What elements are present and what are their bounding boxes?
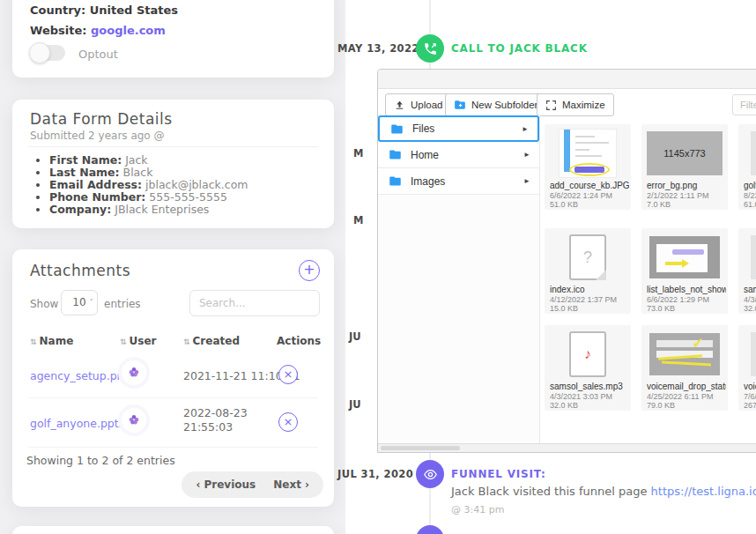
timeline-call-title[interactable]: CALL TO JACK BLACK — [451, 42, 588, 55]
filter-input[interactable] — [732, 94, 756, 115]
funnel-visit-text: Jack Black visited this funnel page http… — [451, 485, 756, 498]
folder-item-files[interactable]: Files ► — [378, 115, 539, 142]
expand-caret-icon[interactable]: ► — [523, 177, 530, 185]
page-size-value: 10 — [72, 296, 85, 308]
expand-caret-icon[interactable]: ► — [522, 125, 529, 133]
folder-icon — [390, 122, 404, 136]
attachments-title: Attachments — [30, 262, 130, 279]
entries-label: entries — [104, 298, 141, 310]
upload-button[interactable]: Upload — [385, 93, 451, 116]
field-company: Company: JBlack Enteprises — [49, 204, 248, 216]
eye-icon — [416, 460, 444, 488]
timeline-date-partial: M — [353, 214, 363, 226]
folder-item-images[interactable]: Images ► — [378, 168, 539, 195]
sort-icon: ⇅ — [183, 337, 190, 346]
contact-card: Country: United States Website: google.c… — [12, 0, 334, 78]
search-input[interactable] — [189, 290, 320, 316]
column-header-created[interactable]: ⇅Created — [183, 335, 240, 347]
attachment-link[interactable]: golf_anyone.pptx — [30, 417, 125, 430]
divider — [28, 447, 318, 448]
bottom-card — [12, 526, 334, 534]
file-card-error-bg[interactable]: 1145x773 error_bg.png 2/1/2022 1:11 PM 7… — [641, 124, 728, 210]
maximize-button[interactable]: Maximize — [537, 93, 614, 116]
file-card-voic[interactable]: voic 7/6/2 267.0 — [738, 325, 756, 411]
data-form-title: Data Form Details — [30, 110, 173, 128]
file-card-golf[interactable]: golf_ 8/23/2 61.0 K — [738, 124, 756, 210]
file-card-list-labels[interactable]: list_labels_not_showi... 6/6/2022 1:29 P… — [641, 228, 728, 314]
timeline-funnel-title[interactable]: FUNNEL VISIT: — [451, 468, 546, 480]
column-header-name[interactable]: ⇅Name — [30, 335, 73, 347]
music-note-icon: ♪ — [584, 346, 591, 362]
previous-button[interactable]: ‹ Previous — [196, 478, 256, 491]
remove-attachment-button[interactable]: × — [278, 412, 298, 432]
upload-icon — [394, 100, 405, 111]
scrollbar-thumb[interactable] — [381, 446, 460, 450]
next-button[interactable]: Next › — [273, 478, 309, 491]
attachments-card: Attachments + Show 10 ˅ entries ⇅Name ⇅U… — [12, 249, 334, 507]
folder-icon — [389, 174, 402, 188]
left-panel: Country: United States Website: google.c… — [0, 0, 345, 534]
add-attachment-button[interactable]: + — [299, 260, 320, 281]
flower-logo-icon — [126, 365, 142, 381]
file-thumbnail: ? — [545, 232, 631, 283]
maximize-icon — [545, 100, 557, 111]
pagination: ‹ Previous Next › — [182, 471, 323, 498]
close-icon: × — [284, 415, 293, 428]
horizontal-scrollbar[interactable] — [378, 443, 756, 452]
funnel-page-link[interactable]: https://test.ligna.io/ — [651, 485, 756, 498]
new-subfolder-button[interactable]: New Subfolder — [445, 93, 546, 116]
file-thumbnail — [738, 232, 756, 283]
chevron-down-icon: ˅ — [90, 291, 94, 315]
optout-toggle[interactable] — [32, 45, 65, 61]
plus-icon: + — [303, 261, 315, 278]
timeline-date-partial: JU — [349, 330, 361, 343]
timeline-date-partial: M — [353, 147, 363, 159]
file-thumbnail: ✓ — [641, 329, 728, 380]
file-thumbnail — [545, 128, 631, 179]
file-thumbnail — [641, 232, 728, 283]
file-card-samsol-mp3[interactable]: ♪ samsol_sales.mp3 4/3/2021 3:03 PM 32.0… — [545, 325, 631, 411]
file-thumbnail: 1145x773 — [641, 128, 728, 179]
expand-caret-icon[interactable]: ► — [523, 151, 530, 159]
file-card-index-ico[interactable]: ? index.ico 4/12/2022 1:37 PM 15.0 KB — [545, 228, 631, 314]
field-email: Email Address: jblack@jblack.com — [49, 179, 248, 191]
website-label: Website: — [30, 24, 86, 37]
data-form-list: First Name: Jack Last Name: Black Email … — [49, 154, 248, 216]
divider — [28, 146, 318, 147]
sort-icon: ⇅ — [120, 337, 127, 346]
close-icon: × — [284, 367, 293, 381]
field-first-name: First Name: Jack — [49, 154, 248, 167]
folder-item-home[interactable]: Home ► — [378, 142, 539, 168]
column-header-user[interactable]: ⇅User — [120, 335, 157, 347]
field-phone: Phone Number: 555-555-5555 — [49, 191, 248, 204]
file-card-voicemail[interactable]: ✓ voicemail_drop_statu... 4/25/2022 6:11… — [641, 325, 728, 411]
timeline-date: MAY 13, 2022 — [337, 42, 413, 55]
file-manager-header — [378, 70, 756, 89]
timeline-date: JUL 31, 2020 — [337, 468, 413, 480]
country-label: Country: — [30, 4, 85, 17]
question-icon: ? — [583, 248, 592, 267]
timeline-date-partial: JU — [349, 398, 361, 411]
data-form-card: Data Form Details Submitted 2 years ago … — [12, 100, 334, 228]
attachment-link[interactable]: agency_setup.png — [30, 369, 130, 382]
divider — [28, 397, 318, 398]
file-card-sam[interactable]: sam 4/3/2 32.0 — [738, 228, 756, 314]
file-card-add-course[interactable]: add_course_kb.JPG 6/6/2022 1:24 PM 51.0 … — [545, 124, 631, 210]
country-value: United States — [90, 4, 178, 17]
file-thumbnail — [738, 329, 756, 380]
toggle-knob-icon — [29, 42, 50, 63]
flower-logo-icon — [126, 412, 142, 428]
call-icon — [416, 34, 444, 63]
new-folder-icon — [454, 99, 466, 111]
sort-icon: ⇅ — [30, 337, 37, 346]
column-header-actions: Actions — [277, 335, 321, 347]
next-timeline-icon — [416, 525, 444, 534]
crm-contact-screen: Country: United States Website: google.c… — [0, 0, 756, 534]
page-size-select[interactable]: 10 ˅ — [61, 290, 98, 315]
remove-attachment-button[interactable]: × — [278, 365, 298, 384]
folder-icon — [389, 148, 402, 161]
website-line: Website: google.com — [30, 24, 166, 37]
created-cell: 2022-08-23 21:55:03 — [183, 406, 248, 434]
timeline-time: @ 3:41 pm — [451, 504, 504, 515]
website-link[interactable]: google.com — [91, 24, 166, 37]
